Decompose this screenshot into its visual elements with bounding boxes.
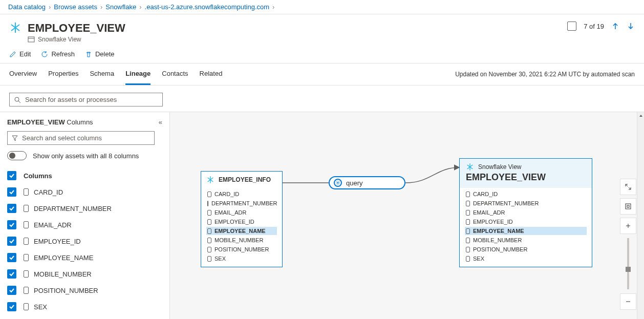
node-column[interactable]: EMPLOYEE_NAME [206, 227, 277, 235]
edit-button[interactable]: Edit [9, 50, 31, 58]
column-checkbox[interactable] [7, 237, 16, 246]
column-icon [466, 238, 470, 243]
column-item[interactable]: SEX [7, 299, 162, 315]
breadcrumb-item[interactable]: .east-us-2.azure.snowflakecomputing.com [145, 3, 270, 11]
column-checkbox[interactable] [7, 187, 16, 197]
column-icon [24, 270, 29, 278]
node-column[interactable]: DEPARTMENT_NUMBER [465, 199, 587, 207]
node-column[interactable]: SEX [206, 254, 277, 263]
column-icon [24, 238, 29, 245]
lineage-process-node[interactable]: query [329, 176, 405, 189]
node-column[interactable]: DEPARTMENT_NUMBER [206, 199, 277, 207]
edit-icon [9, 51, 16, 58]
column-icon [24, 205, 29, 212]
node-column[interactable]: MOBILE_NUMBER [206, 236, 277, 244]
breadcrumb-item[interactable]: Data catalog [8, 3, 46, 11]
tab-overview[interactable]: Overview [9, 63, 37, 85]
delete-icon [85, 51, 92, 58]
select-checkbox[interactable] [567, 22, 576, 31]
column-checkbox[interactable] [7, 253, 16, 262]
breadcrumb-item[interactable]: Browse assets [54, 3, 97, 11]
refresh-button[interactable]: Refresh [41, 50, 75, 58]
node-title: EMPLOYEE_VIEW [466, 172, 546, 183]
lineage-node-source[interactable]: EMPLOYEE_INFO CARD_IDDEPARTMENT_NUMBEREM… [201, 171, 283, 267]
chevron-right-icon: › [139, 3, 141, 11]
column-icon [207, 219, 211, 225]
svg-point-1 [15, 97, 19, 101]
node-column-label: EMPLOYEE_ID [214, 219, 254, 225]
node-column[interactable]: SEX [465, 254, 587, 263]
column-checkbox[interactable] [7, 302, 16, 311]
show-only-toggle[interactable] [7, 151, 27, 160]
node-column[interactable]: CARD_ID [206, 190, 277, 198]
columns-header: Columns [24, 172, 52, 180]
column-item[interactable]: EMPLOYEE_NAME [7, 249, 162, 266]
tab-lineage[interactable]: Lineage [125, 63, 151, 85]
breadcrumb: Data catalog› Browse assets› Snowflake› … [0, 0, 644, 14]
node-column-label: MOBILE_NUMBER [473, 237, 522, 243]
node-column[interactable]: POSITION_NUMBER [206, 245, 277, 253]
search-input[interactable]: Search for assets or processes [9, 93, 163, 107]
lineage-canvas[interactable]: EMPLOYEE_INFO CARD_IDDEPARTMENT_NUMBEREM… [170, 112, 644, 319]
fit-button[interactable] [620, 198, 636, 215]
delete-button[interactable]: Delete [85, 50, 115, 58]
asset-header: EMPLOYEE_VIEW Snowflake View 7 of 19 [0, 14, 644, 47]
node-column-label: CARD_ID [214, 191, 239, 197]
chevron-right-icon: › [100, 3, 102, 11]
column-icon [24, 221, 29, 228]
zoom-in-button[interactable] [620, 218, 636, 234]
column-checkbox[interactable] [7, 269, 16, 279]
node-column[interactable]: EMPLOYEE_ID [465, 218, 587, 226]
node-column[interactable]: EMAIL_ADR [206, 208, 277, 217]
node-column[interactable]: EMPLOYEE_NAME [465, 227, 587, 235]
node-column[interactable]: EMAIL_ADR [465, 208, 587, 217]
column-item[interactable]: DEPARTMENT_NUMBER [7, 200, 162, 217]
fullscreen-button[interactable] [620, 179, 636, 195]
column-search-input[interactable]: Search and select columns [7, 131, 155, 145]
tab-schema[interactable]: Schema [90, 63, 114, 85]
tab-contacts[interactable]: Contacts [162, 63, 188, 85]
node-column[interactable]: CARD_ID [465, 190, 587, 198]
column-label: EMAIL_ADR [34, 221, 72, 229]
column-checkbox[interactable] [7, 286, 16, 295]
tab-related[interactable]: Related [200, 63, 223, 85]
scroll-up-icon [637, 112, 644, 119]
node-type-label: Snowflake View [478, 163, 522, 171]
column-item[interactable]: EMAIL_ADR [7, 217, 162, 233]
paging-text: 7 of 19 [584, 23, 604, 30]
column-item[interactable]: EMPLOYEE_ID [7, 233, 162, 249]
column-icon [207, 238, 211, 243]
column-item[interactable]: POSITION_NUMBER [7, 282, 162, 299]
page-title: EMPLOYEE_VIEW [28, 22, 125, 35]
toggle-label: Show only assets with all 8 columns [33, 152, 139, 160]
column-icon [207, 210, 211, 216]
column-icon [207, 247, 211, 252]
column-icon [207, 192, 211, 197]
column-checkbox[interactable] [7, 220, 16, 229]
node-column[interactable]: MOBILE_NUMBER [465, 236, 587, 244]
node-column[interactable]: EMPLOYEE_ID [206, 218, 277, 226]
zoom-out-button[interactable] [620, 293, 636, 310]
svg-rect-3 [626, 204, 631, 209]
column-item[interactable]: MOBILE_NUMBER [7, 266, 162, 282]
node-column-label: DEPARTMENT_NUMBER [211, 200, 277, 206]
column-item[interactable]: CARD_ID [7, 184, 162, 200]
arrow-up-icon[interactable] [611, 22, 619, 30]
select-all-checkbox[interactable] [7, 171, 16, 180]
column-label: EMPLOYEE_ID [34, 238, 81, 245]
node-column-label: POSITION_NUMBER [214, 246, 269, 252]
arrow-down-icon[interactable] [627, 22, 635, 30]
node-column-label: EMPLOYEE_NAME [214, 228, 266, 234]
node-column[interactable]: POSITION_NUMBER [465, 245, 587, 253]
collapse-icon[interactable]: « [159, 118, 162, 126]
column-checkbox[interactable] [7, 204, 16, 213]
node-column-label: SEX [214, 256, 226, 262]
zoom-slider[interactable] [627, 238, 629, 289]
column-list: Columns CARD_ID DEPARTMENT_NUMBER EMAIL_… [7, 167, 162, 315]
lineage-node-target[interactable]: Snowflake View EMPLOYEE_VIEW CARD_IDDEPA… [459, 158, 592, 267]
column-label: CARD_ID [34, 188, 63, 196]
tab-properties[interactable]: Properties [48, 63, 78, 85]
breadcrumb-item[interactable]: Snowflake [105, 3, 136, 11]
vertical-scrollbar[interactable] [637, 112, 644, 319]
column-icon [24, 188, 29, 196]
